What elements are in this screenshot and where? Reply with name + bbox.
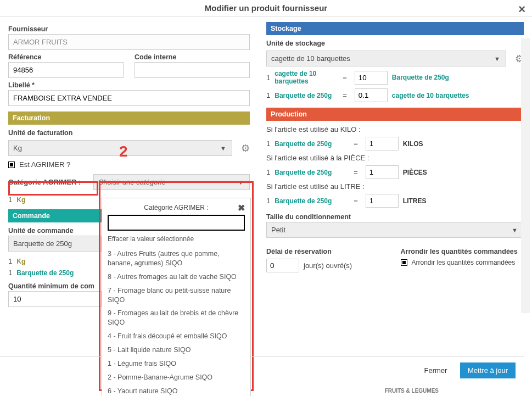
dropdown-option[interactable]: 3 - Autres Fruits (autres que pomme, ban… xyxy=(108,247,245,270)
fournisseur-input xyxy=(8,34,250,50)
prod-kilo-label: Si l'article est utilisé au KILO : xyxy=(266,125,524,133)
reference-input[interactable] xyxy=(8,62,124,78)
stockage-header: Stockage xyxy=(266,22,524,35)
est-agrimer-checkbox[interactable] xyxy=(8,161,15,168)
code-interne-label: Code interne xyxy=(135,53,250,61)
close-icon[interactable]: × xyxy=(518,2,525,16)
dropdown-option[interactable]: 8 - Autres fromages au lait de vache SIQ… xyxy=(108,270,245,284)
prod-unit-kilo[interactable]: Barquette de 250g xyxy=(275,140,346,148)
cond-select[interactable]: Petit ▼ xyxy=(266,222,524,238)
prod-unit-litre[interactable]: Barquette de 250g xyxy=(275,197,346,205)
unite-commande-select[interactable]: Barquette de 250g xyxy=(8,236,102,252)
caret-down-icon: ▼ xyxy=(512,227,518,233)
prod-kilo-input[interactable] xyxy=(366,137,399,150)
cond-label: Taille du conditionnement xyxy=(266,213,524,221)
mettre-a-jour-button[interactable]: Mettre à jour xyxy=(460,362,516,378)
dropdown-option[interactable]: 7 - Fromage blanc ou petit-suisse nature… xyxy=(108,284,245,307)
dropdown-option[interactable]: 9 - Fromages au lait de brebis et de chè… xyxy=(108,306,245,330)
conv-unit-kg-2[interactable]: Kg xyxy=(16,258,25,265)
prod-litre-input[interactable] xyxy=(366,194,399,208)
dropdown-option[interactable]: 2 - Pomme-Banane-Agrume SIQO xyxy=(108,371,245,384)
production-header: Production xyxy=(266,108,524,121)
arrondir-checkbox[interactable] xyxy=(401,259,407,266)
modal-title: Modifier un produit fournisseur xyxy=(205,3,327,13)
equals-sign: = xyxy=(339,74,350,82)
prod-unit-piece[interactable]: Barquette de 250g xyxy=(275,169,346,176)
categorie-agrimer-label: Catégorie AGRIMER : xyxy=(8,178,88,186)
bg-text: FRUITS & LEGUMES xyxy=(385,388,439,394)
delai-label: Délai de réservation xyxy=(266,248,390,255)
caret-down-icon: ▼ xyxy=(238,179,244,186)
code-interne-input[interactable] xyxy=(135,62,250,78)
delai-input[interactable] xyxy=(266,259,299,272)
reference-label: Référence xyxy=(8,53,124,61)
clear-selection[interactable]: Effacer la valeur sélectionnée xyxy=(108,235,245,243)
prod-piece-input[interactable] xyxy=(366,165,399,179)
fournisseur-label: Fournisseur xyxy=(8,25,250,33)
categorie-search-input[interactable] xyxy=(108,215,245,231)
modal-footer: Fermer Mettre à jour xyxy=(0,356,524,384)
stockage-left-unit-2[interactable]: Barquette de 250g xyxy=(275,92,335,99)
qty-min-input[interactable] xyxy=(8,291,102,307)
annotation-number: 2 xyxy=(119,143,128,160)
stockage-right-unit-1[interactable]: Barquette de 250g xyxy=(392,74,449,81)
libelle-input[interactable] xyxy=(8,90,250,106)
est-agrimer-label: Est AGRIMER ? xyxy=(19,160,70,169)
categorie-dropdown-panel: Catégorie AGRIMER : ✖ Effacer la valeur … xyxy=(102,198,251,396)
dropdown-option[interactable]: 1 - Légume frais SIQO xyxy=(108,357,245,371)
close-icon[interactable]: ✖ xyxy=(238,203,245,213)
caret-down-icon: ▼ xyxy=(220,145,226,152)
arrondir-header: Arrondir les quantités commandées xyxy=(401,248,524,255)
stockage-right-unit-2[interactable]: cagette de 10 barquettes xyxy=(392,92,469,99)
caret-down-icon: ▼ xyxy=(494,55,500,62)
dropdown-option[interactable]: 4 - Fruit frais découpé et emballé SIQO xyxy=(108,330,245,343)
equals-sign: = xyxy=(339,91,350,99)
dropdown-option[interactable]: 5 - Lait liquide nature SIQO xyxy=(108,343,245,357)
stockage-left-unit-1[interactable]: cagette de 10 barquettes xyxy=(275,70,335,85)
fermer-button[interactable]: Fermer xyxy=(417,362,455,378)
unite-stockage-select[interactable]: cagette de 10 barquettes ▼ xyxy=(266,51,506,66)
prod-piece-label: Si l'article est utilisé à la PIÈCE : xyxy=(266,154,524,162)
facturation-header: Facturation xyxy=(8,111,250,125)
unite-facturation-label: Unité de facturation xyxy=(8,129,250,137)
stockage-qty-1[interactable] xyxy=(355,71,388,85)
categorie-agrimer-select[interactable]: Choisir une catégorie ▼ xyxy=(93,174,250,190)
modal-header: Modifier un produit fournisseur × xyxy=(0,0,532,16)
stockage-qty-2[interactable] xyxy=(355,88,388,102)
libelle-label: Libellé * xyxy=(8,81,250,89)
scrollbar[interactable] xyxy=(521,38,530,313)
conv-unit-barquette[interactable]: Barquette de 250g xyxy=(16,269,74,277)
gear-icon[interactable]: ⚙ xyxy=(241,142,250,154)
unite-stockage-label: Unité de stockage xyxy=(266,40,524,47)
conv-unit-kg[interactable]: Kg xyxy=(16,196,25,204)
prod-litre-label: Si l'article est utilisé au LITRE : xyxy=(266,182,524,191)
dropdown-option[interactable]: 6 - Yaourt nature SIQO xyxy=(108,384,245,396)
